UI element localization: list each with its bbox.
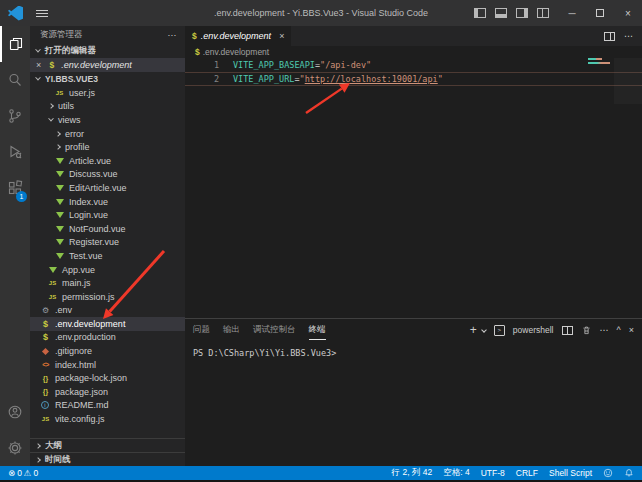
- more-actions-icon[interactable]: ⋯: [168, 30, 178, 40]
- tree-item-package-lock-json[interactable]: {}package-lock.json: [30, 371, 185, 385]
- account-button[interactable]: [0, 394, 30, 430]
- tree-item-editarticle-vue[interactable]: EditArticle.vue: [30, 181, 185, 195]
- tree-item-profile[interactable]: profile: [30, 140, 185, 154]
- chevron-right-icon: [48, 104, 54, 110]
- terminal-profile-chevron-icon[interactable]: [481, 327, 487, 333]
- sidebar-item-extensions[interactable]: 1: [0, 170, 30, 206]
- tree-item-label: vite.config.js: [55, 414, 105, 424]
- minimize-button[interactable]: ─: [558, 0, 586, 26]
- split-terminal-icon[interactable]: [562, 326, 573, 335]
- tree-item-discuss-vue[interactable]: Discuss.vue: [30, 168, 185, 182]
- maximize-button[interactable]: [586, 0, 614, 26]
- panel-tab-调试控制台[interactable]: 调试控制台: [253, 320, 296, 340]
- project-section-header[interactable]: YI.BBS.VUE3: [30, 72, 185, 86]
- toggle-secondary-sidebar-icon[interactable]: [516, 8, 528, 18]
- editor-more-actions-icon[interactable]: ⋯: [624, 31, 633, 41]
- activity-bar: 1: [0, 26, 30, 466]
- new-terminal-icon[interactable]: +: [470, 324, 477, 336]
- status-item[interactable]: Shell Script: [549, 468, 592, 478]
- customize-layout-icon[interactable]: [537, 8, 549, 18]
- sidebar-item-run-debug[interactable]: [0, 134, 30, 170]
- gear-file-icon: ⚙: [40, 306, 51, 315]
- status-item[interactable]: 空格: 4: [443, 467, 469, 479]
- status-item[interactable]: CRLF: [516, 468, 538, 478]
- breadcrumb-item[interactable]: .env.development: [203, 47, 269, 57]
- tree-item--env-production[interactable]: $.env.production: [30, 331, 185, 345]
- extensions-badge: 1: [16, 191, 27, 202]
- notifications-bell-icon[interactable]: [624, 468, 634, 478]
- breadcrumb[interactable]: $ .env.development: [185, 46, 642, 58]
- sidebar-item-explorer[interactable]: [0, 26, 30, 62]
- explorer-sidebar: 资源管理器 ⋯ 打开的编辑器 × $ .env.development YI.B…: [30, 26, 185, 466]
- tree-item-label: views: [58, 115, 81, 125]
- panel-tab-终端[interactable]: 终端: [309, 320, 326, 340]
- maximize-panel-icon[interactable]: ^: [617, 325, 621, 335]
- tree-item-label: Index.vue: [69, 197, 108, 207]
- panel-tab-输出[interactable]: 输出: [223, 320, 240, 340]
- tree-item-vite-config-js[interactable]: JSvite.config.js: [30, 412, 185, 426]
- close-editor-icon[interactable]: ×: [36, 60, 41, 70]
- tree-item-main-js[interactable]: JSmain.js: [30, 276, 185, 290]
- tree-item-package-json[interactable]: {}package.json: [30, 385, 185, 399]
- open-editor-item[interactable]: × $ .env.development: [30, 58, 185, 72]
- close-window-button[interactable]: ×: [614, 0, 642, 26]
- feedback-smiley-icon[interactable]: [603, 468, 613, 478]
- status-item[interactable]: 行 2, 列 42: [392, 467, 433, 479]
- menu-hamburger-icon[interactable]: [36, 10, 48, 17]
- settings-button[interactable]: [0, 430, 30, 466]
- sidebar-item-source-control[interactable]: [0, 98, 30, 134]
- tree-item-label: utils: [58, 101, 74, 111]
- terminal-output[interactable]: PS D:\CSharp\Yi\Yi.BBS.Vue3>: [185, 341, 642, 466]
- tree-item-label: Register.vue: [69, 237, 119, 247]
- status-item[interactable]: UTF-8: [481, 468, 505, 478]
- tree-item--gitignore[interactable]: .gitignore: [30, 344, 185, 358]
- split-editor-icon[interactable]: [604, 32, 615, 41]
- tree-item-index-vue[interactable]: Index.vue: [30, 195, 185, 209]
- tree-item-index-html[interactable]: <>index.html: [30, 358, 185, 372]
- tree-item-label: user.js: [69, 88, 95, 98]
- toggle-panel-icon[interactable]: [495, 8, 507, 18]
- open-editors-header[interactable]: 打开的编辑器: [30, 44, 185, 58]
- tree-item-test-vue[interactable]: Test.vue: [30, 249, 185, 263]
- tree-item-register-vue[interactable]: Register.vue: [30, 236, 185, 250]
- minimap[interactable]: [588, 58, 612, 66]
- tree-item-label: Login.vue: [69, 210, 108, 220]
- tree-item-app-vue[interactable]: App.vue: [30, 263, 185, 277]
- toggle-sidebar-icon[interactable]: [474, 8, 486, 18]
- tree-item-permission-js[interactable]: JSpermission.js: [30, 290, 185, 304]
- env-file-icon: $: [40, 319, 51, 329]
- gear-icon: [7, 440, 23, 456]
- url-link[interactable]: http://localhost:19001/api: [305, 74, 438, 84]
- timeline-section-header[interactable]: 时间线: [30, 452, 185, 466]
- vue-file-icon: [54, 253, 65, 259]
- tree-item-readme-md[interactable]: iREADME.md: [30, 399, 185, 413]
- tree-item-utils[interactable]: utils: [30, 100, 185, 114]
- tree-item-views[interactable]: views: [30, 113, 185, 127]
- tree-item-article-vue[interactable]: Article.vue: [30, 154, 185, 168]
- kill-terminal-trash-icon[interactable]: [581, 325, 592, 336]
- run-debug-icon: [7, 144, 23, 160]
- tree-item--env-development[interactable]: $.env.development: [30, 317, 185, 331]
- source-control-icon: [7, 108, 23, 124]
- terminal-profile-label[interactable]: powershell: [513, 325, 554, 335]
- tree-item-error[interactable]: error: [30, 127, 185, 141]
- code-editor[interactable]: 1 VITE_APP_BASEAPI="/api-dev" 2 VITE_APP…: [185, 58, 642, 318]
- chevron-down-icon: [48, 116, 54, 122]
- tab-env-development[interactable]: $ .env.development ×: [185, 26, 291, 46]
- problems-status[interactable]: ⊗ 0 ⚠ 0: [8, 468, 38, 478]
- tree-item-notfound-vue[interactable]: NotFound.vue: [30, 222, 185, 236]
- panel-more-actions-icon[interactable]: ⋯: [600, 325, 609, 335]
- status-bar-right: 行 2, 列 42空格: 4UTF-8CRLFShell Script: [392, 467, 634, 479]
- tree-item--env[interactable]: ⚙.env: [30, 304, 185, 318]
- chevron-right-icon: [35, 443, 41, 449]
- tree-item-login-vue[interactable]: Login.vue: [30, 208, 185, 222]
- env-file-icon: $: [46, 60, 57, 70]
- close-tab-icon[interactable]: ×: [279, 31, 284, 41]
- sidebar-item-search[interactable]: [0, 62, 30, 98]
- close-panel-icon[interactable]: ×: [629, 325, 634, 335]
- minimap-slider[interactable]: [614, 58, 642, 104]
- outline-section-header[interactable]: 大纲: [30, 438, 185, 452]
- tree-item-user-js[interactable]: JSuser.js: [30, 86, 185, 100]
- account-icon: [7, 404, 23, 420]
- panel-tab-问题[interactable]: 问题: [193, 320, 210, 340]
